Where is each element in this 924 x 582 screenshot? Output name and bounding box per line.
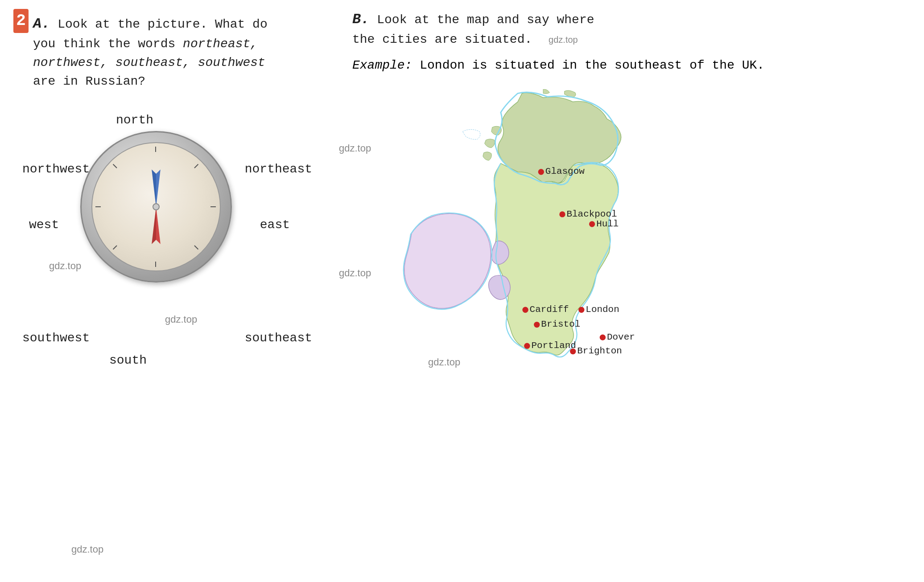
blackpool-label: Blackpool	[566, 209, 617, 219]
compass-south-label: south	[109, 353, 147, 367]
glasgow-dot	[538, 169, 544, 175]
compass-north-label: north	[116, 113, 153, 127]
watermark-right-2: gdz.top	[339, 267, 371, 279]
uk-map-container: Glasgow Blackpool Hull Cardiff Bristol L…	[375, 89, 678, 535]
part-b-text2: the cities are situated.	[352, 33, 532, 46]
svg-marker-1	[152, 169, 156, 207]
london-dot	[578, 307, 584, 313]
bristol-label: Bristol	[541, 319, 580, 329]
example-section: Example: London is situated in the south…	[352, 56, 911, 76]
brighton-dot	[570, 348, 576, 354]
cardiff-dot	[522, 307, 528, 313]
compass-area: north northwest northeast west east sout…	[13, 104, 317, 381]
example-label: Example:	[352, 58, 412, 72]
example-text: London is situated in the southeast of t…	[420, 58, 764, 72]
part-b-text1: Look at the map and say where	[377, 13, 594, 27]
part-a-text2: you think the words	[33, 37, 175, 51]
portland-dot	[524, 343, 530, 349]
compass-southwest-label: southwest	[22, 331, 90, 345]
part-a-label: A.	[33, 16, 50, 32]
glasgow-label: Glasgow	[545, 166, 585, 176]
portland-label: Portland	[531, 340, 576, 351]
watermark-1: gdz.top	[49, 260, 81, 272]
uk-map-svg: Glasgow Blackpool Hull Cardiff Bristol L…	[375, 89, 678, 535]
watermark-right-1: gdz.top	[339, 143, 371, 154]
compass-northwest-label: northwest	[22, 162, 90, 176]
dover-label: Dover	[607, 332, 635, 342]
svg-marker-0	[156, 169, 161, 207]
part-a-text1: Look at the picture. What do	[58, 17, 267, 31]
compass-east-label: east	[260, 218, 290, 232]
svg-marker-2	[156, 207, 161, 244]
brighton-label: Brighton	[577, 346, 622, 356]
hull-dot	[589, 221, 595, 227]
part-a-instruction: A. Look at the picture. What do you thin…	[33, 13, 326, 91]
part-b-instruction: B. Look at the map and say where the cit…	[352, 9, 911, 49]
watermark-top-right: gdz.top	[549, 33, 578, 46]
dover-dot	[600, 334, 606, 340]
compass-center-dot	[153, 203, 160, 210]
compass-northeast-label: northeast	[245, 162, 312, 176]
cardiff-label: Cardiff	[530, 304, 569, 315]
part-b-label: B.	[352, 11, 369, 28]
svg-marker-3	[152, 207, 156, 244]
watermark-bottom-left: gdz.top	[71, 544, 103, 555]
london-label: London	[586, 304, 619, 315]
blackpool-dot	[559, 211, 565, 217]
compass-west-label: west	[29, 218, 59, 232]
exercise-number: 2	[13, 9, 29, 33]
compass-southeast-label: southeast	[245, 331, 312, 345]
compass-rose	[80, 131, 232, 283]
hull-label: Hull	[596, 219, 619, 229]
part-a-text3: are in Russian?	[33, 74, 145, 88]
bristol-dot	[534, 322, 540, 328]
watermark-3: gdz.top	[165, 314, 197, 325]
